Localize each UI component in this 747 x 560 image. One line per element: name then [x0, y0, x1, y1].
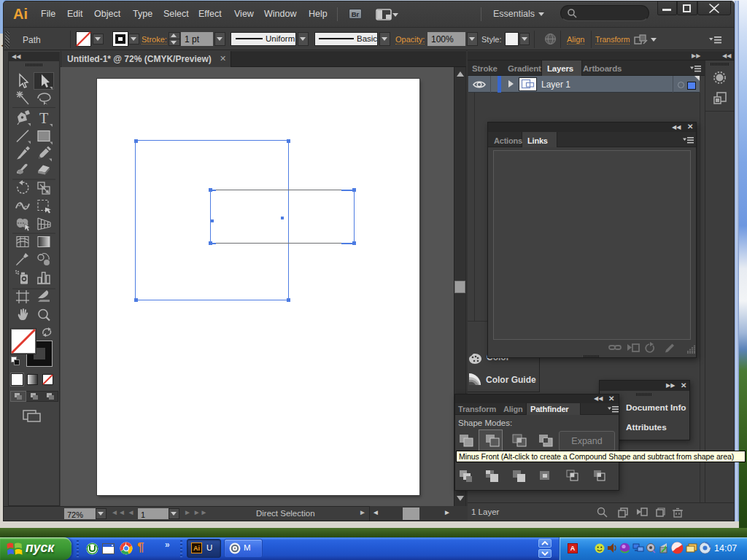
svg-text:T: T — [39, 110, 48, 126]
